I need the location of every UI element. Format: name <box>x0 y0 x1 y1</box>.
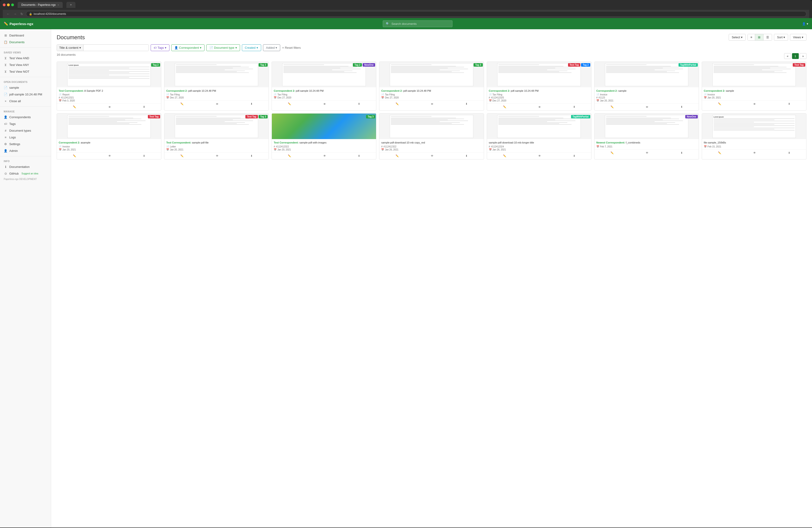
download-button[interactable]: ⬇ <box>679 151 684 155</box>
title-content-select[interactable]: Title & content ▾ <box>57 45 84 51</box>
download-button[interactable]: ⬇ <box>787 151 792 155</box>
reset-filters-button[interactable]: × Reset filters <box>282 46 301 49</box>
preview-button[interactable]: 👁 <box>644 104 650 109</box>
download-button[interactable]: ⬇ <box>249 154 254 158</box>
document-card[interactable]: Tag 3 Test Correspondent: sample-pdf-wit… <box>272 113 376 159</box>
sidebar-item-view-and[interactable]: ⊻ Test View AND <box>0 55 51 61</box>
edit-button[interactable]: ✏️ <box>287 154 292 158</box>
sidebar-item-docs[interactable]: ℹ Documentation <box>0 163 51 170</box>
edit-button[interactable]: ✏️ <box>716 151 723 155</box>
document-card[interactable]: sample-pdf-download-10-mb copy_red # #11… <box>379 113 484 159</box>
download-button[interactable]: ⬇ <box>464 154 469 158</box>
document-card[interactable]: Tag 3 Correspondent 2: pdf-sample 10.24.… <box>164 61 269 111</box>
close-dot[interactable] <box>3 3 5 6</box>
sidebar-item-github[interactable]: ⊙ GitHub Suggest an idea <box>0 170 51 177</box>
new-tab-button[interactable]: + <box>67 2 75 8</box>
sidebar-item-view-not[interactable]: ⊻ Test View NOT <box>0 68 51 75</box>
reload-button[interactable]: ↻ <box>19 12 24 16</box>
search-bar[interactable]: 🔍 <box>383 20 452 27</box>
suggest-link[interactable]: Suggest an idea <box>21 172 38 175</box>
sidebar-item-settings[interactable]: ⚙ Settings <box>0 141 51 147</box>
edit-button[interactable]: ✏️ <box>609 104 615 109</box>
document-card[interactable]: Lorem Ipsum file-sample_150kBs 📅 Feb 15,… <box>702 113 807 159</box>
tab-close-icon[interactable]: × <box>58 4 59 6</box>
added-filter-button[interactable]: Added ▾ <box>263 44 280 51</box>
view-list-button[interactable]: ≡ <box>748 34 755 40</box>
document-card[interactable]: Test Tag Correspondent 2: sample 📄 Invoi… <box>702 61 807 111</box>
search-input[interactable] <box>391 22 449 26</box>
user-menu[interactable]: 👤 ▾ <box>802 22 808 26</box>
forward-button[interactable]: → <box>13 12 18 16</box>
minimize-dot[interactable] <box>7 3 10 6</box>
sidebar-item-view-any[interactable]: ⊻ Test View ANY <box>0 61 51 68</box>
document-card[interactable]: TagWithPartial Correspondent 2: sample 📄… <box>594 61 699 111</box>
download-button[interactable]: ⬇ <box>249 101 254 106</box>
view-detail-button[interactable]: ☰ <box>764 34 772 40</box>
correspondent-filter-button[interactable]: 👤 Correspondent ▾ <box>171 44 204 51</box>
sidebar-item-dashboard[interactable]: ⊞ Dashboard <box>0 32 51 39</box>
sidebar-item-documents[interactable]: 📋 Documents <box>0 39 51 45</box>
preview-button[interactable]: 👁 <box>537 104 542 109</box>
browser-tab[interactable]: Documents - Paperless-ngx × <box>18 2 63 8</box>
edit-button[interactable]: ✏️ <box>72 154 77 158</box>
download-button[interactable]: ⬇ <box>142 104 146 109</box>
download-button[interactable]: ⬇ <box>142 154 146 158</box>
url-bar[interactable]: 🔒 localhost:4200/documents <box>26 11 807 17</box>
sidebar-item-document-types[interactable]: # Document types <box>0 127 51 134</box>
download-button[interactable]: ⬇ <box>787 101 792 106</box>
document-card[interactable]: NewOne Newest Correspondent: f_combineds… <box>594 113 699 159</box>
tags-filter-button[interactable]: 🏷 Tags ▾ <box>151 44 170 51</box>
views-button[interactable]: Views ▾ <box>790 34 807 41</box>
document-card[interactable]: Test TagTag 2 Correspondent 2: pdf-sampl… <box>487 61 592 111</box>
page-next-button[interactable]: » <box>800 53 807 59</box>
page-prev-button[interactable]: « <box>784 53 791 59</box>
sidebar-item-open-pdf[interactable]: 📄 pdf-sample 10.24.48 PM <box>0 91 51 98</box>
preview-button[interactable]: 👁 <box>430 101 435 106</box>
preview-button[interactable]: 👁 <box>215 154 220 158</box>
preview-button[interactable]: 👁 <box>752 101 757 106</box>
preview-button[interactable]: 👁 <box>644 151 650 155</box>
document-card[interactable]: Test Tag Correspondent 2: asample 📄 Invo… <box>57 113 161 159</box>
download-button[interactable]: ⬇ <box>357 154 361 158</box>
edit-button[interactable]: ✏️ <box>394 154 400 158</box>
sort-button[interactable]: Sort ▾ <box>774 34 788 41</box>
filter-text-input[interactable] <box>84 45 148 51</box>
edit-button[interactable]: ✏️ <box>72 104 77 109</box>
download-button[interactable]: ⬇ <box>357 101 361 106</box>
download-button[interactable]: ⬇ <box>464 101 469 106</box>
preview-button[interactable]: 👁 <box>107 104 112 109</box>
preview-button[interactable]: 👁 <box>430 154 435 158</box>
edit-button[interactable]: ✏️ <box>179 101 185 106</box>
edit-button[interactable]: ✏️ <box>716 101 723 106</box>
sidebar-item-correspondents[interactable]: 👤 Correspondents <box>0 114 51 120</box>
download-button[interactable]: ⬇ <box>679 104 684 109</box>
edit-button[interactable]: ✏️ <box>179 154 185 158</box>
preview-button[interactable]: 👁 <box>322 154 327 158</box>
edit-button[interactable]: ✏️ <box>502 154 508 158</box>
doctype-filter-button[interactable]: 📄 Document type ▾ <box>206 44 240 51</box>
maximize-dot[interactable] <box>11 3 14 6</box>
preview-button[interactable]: 👁 <box>752 151 757 155</box>
document-card[interactable]: Test TagTag 3 Test Correspondent: sample… <box>164 113 269 159</box>
preview-button[interactable]: 👁 <box>537 154 542 158</box>
select-button[interactable]: Select ▾ <box>729 34 745 41</box>
back-button[interactable]: ← <box>5 12 11 16</box>
document-card[interactable]: Tag 3 Correspondent 2: pdf-sample 10.24.… <box>379 61 484 111</box>
download-button[interactable]: ⬇ <box>572 104 577 109</box>
sidebar-item-admin[interactable]: 👤 Admin <box>0 147 51 154</box>
document-card[interactable]: Lorem Ipsum Tag 2 Test Correspondent: A … <box>57 61 161 111</box>
view-grid-button[interactable]: ⊞ <box>755 34 764 40</box>
edit-button[interactable]: ✏️ <box>287 101 292 106</box>
download-button[interactable]: ⬇ <box>572 154 577 158</box>
sidebar-item-logs[interactable]: ≡ Logs <box>0 134 51 141</box>
document-card[interactable]: TagWithPartial sample-pdf-download-10-mb… <box>487 113 592 159</box>
sidebar-item-tags[interactable]: 🏷 Tags <box>0 120 51 127</box>
edit-button[interactable]: ✏️ <box>609 151 615 155</box>
preview-button[interactable]: 👁 <box>322 101 327 106</box>
preview-button[interactable]: 👁 <box>215 101 220 106</box>
document-card[interactable]: Tag 2NewOne Correspondent 2: pdf-sample … <box>272 61 376 111</box>
edit-button[interactable]: ✏️ <box>394 101 400 106</box>
sidebar-item-close-all[interactable]: × Close all <box>0 98 51 104</box>
sidebar-item-open-sample[interactable]: 📄 sample <box>0 84 51 91</box>
preview-button[interactable]: 👁 <box>107 154 112 158</box>
